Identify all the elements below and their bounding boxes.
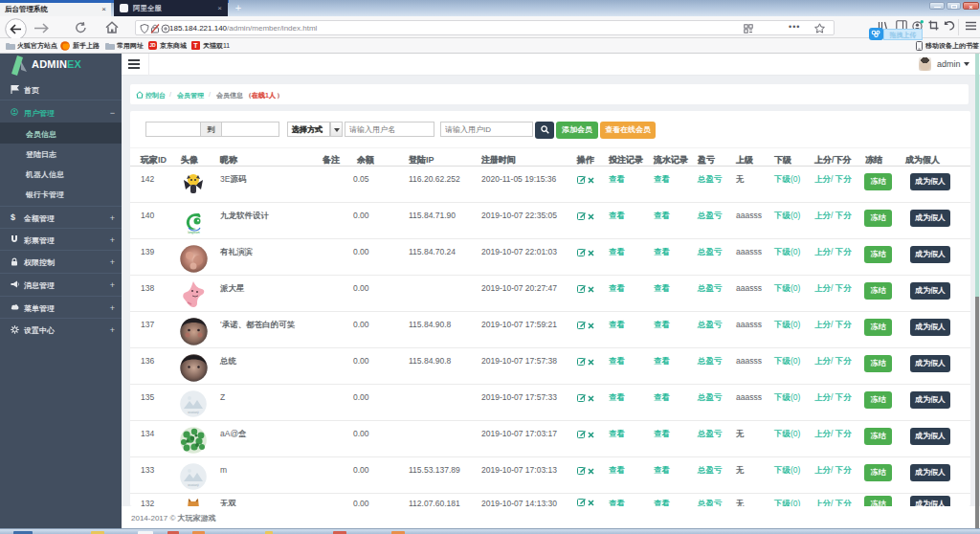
svg-text:wuxianji: wuxianji [188,411,199,414]
svg-text:longteam: longteam [188,231,200,234]
svg-text:wuxianji: wuxianji [188,483,199,487]
